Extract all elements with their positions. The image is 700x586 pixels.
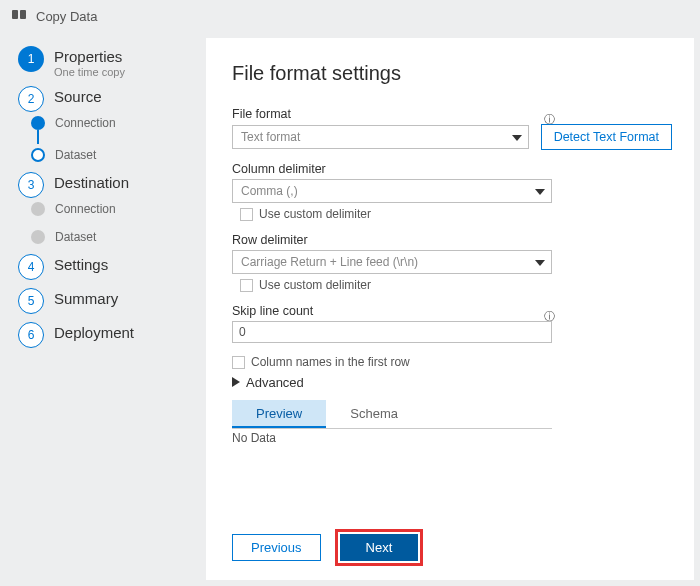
substep-dest-connection[interactable]: Connection: [31, 202, 192, 216]
next-button-highlight: Next: [335, 529, 424, 566]
substep-dot-icon: [31, 148, 45, 162]
next-button[interactable]: Next: [340, 534, 419, 561]
file-format-value: Text format: [241, 130, 300, 144]
advanced-label: Advanced: [246, 375, 304, 390]
substep-label: Connection: [55, 202, 116, 216]
row-delimiter-label: Row delimiter: [232, 233, 672, 247]
substep-label: Dataset: [55, 148, 96, 162]
wizard-title: Copy Data: [36, 9, 97, 24]
info-icon[interactable]: ⓘ: [544, 112, 552, 120]
row-custom-delimiter-label: Use custom delimiter: [259, 278, 371, 292]
triangle-right-icon: [232, 375, 240, 390]
checkbox-icon: [232, 356, 245, 369]
advanced-toggle[interactable]: Advanced: [232, 375, 672, 390]
chevron-down-icon: [512, 130, 522, 144]
step-label: Properties: [54, 48, 125, 65]
column-custom-delimiter-checkbox[interactable]: Use custom delimiter: [232, 207, 672, 221]
svg-rect-0: [12, 10, 18, 19]
row-custom-delimiter-checkbox[interactable]: Use custom delimiter: [232, 278, 672, 292]
step-number-icon: 1: [18, 46, 44, 72]
colnames-first-row-label: Column names in the first row: [251, 355, 410, 369]
column-delimiter-label: Column delimiter: [232, 162, 672, 176]
column-delimiter-select[interactable]: Comma (,): [232, 179, 552, 203]
wizard-sidebar: 1 Properties One time copy 2 Source Conn…: [0, 34, 200, 356]
checkbox-icon: [240, 208, 253, 221]
svg-rect-1: [20, 10, 26, 19]
chevron-down-icon: [535, 255, 545, 269]
step-number-icon: 3: [18, 172, 44, 198]
main-panel: File format settings File format ⓘ Text …: [206, 38, 694, 580]
checkbox-icon: [240, 279, 253, 292]
step-settings[interactable]: 4 Settings: [18, 254, 192, 280]
step-label: Source: [54, 88, 102, 105]
colnames-first-row-checkbox[interactable]: Column names in the first row: [232, 355, 672, 369]
step-label: Settings: [54, 256, 108, 273]
step-destination[interactable]: 3 Destination: [18, 172, 192, 198]
column-delimiter-value: Comma (,): [241, 184, 298, 198]
preview-schema-tabs: Preview Schema: [232, 400, 552, 429]
tab-preview[interactable]: Preview: [232, 400, 326, 428]
step-deployment[interactable]: 6 Deployment: [18, 322, 192, 348]
wizard-header: Copy Data: [0, 0, 700, 31]
step-summary[interactable]: 5 Summary: [18, 288, 192, 314]
substep-source-connection[interactable]: Connection: [31, 116, 192, 130]
page-title: File format settings: [232, 62, 672, 85]
row-delimiter-select[interactable]: Carriage Return + Line feed (\r\n): [232, 250, 552, 274]
wizard-footer: Previous Next: [232, 529, 423, 566]
substep-label: Connection: [55, 116, 116, 130]
substep-connector: [37, 130, 39, 144]
step-number-icon: 2: [18, 86, 44, 112]
substep-dot-icon: [31, 116, 45, 130]
row-delimiter-value: Carriage Return + Line feed (\r\n): [241, 255, 418, 269]
tab-schema[interactable]: Schema: [326, 400, 422, 428]
step-number-icon: 4: [18, 254, 44, 280]
step-label: Deployment: [54, 324, 134, 341]
step-number-icon: 6: [18, 322, 44, 348]
column-custom-delimiter-label: Use custom delimiter: [259, 207, 371, 221]
skip-line-label: Skip line count: [232, 304, 313, 318]
substep-dest-dataset[interactable]: Dataset: [31, 230, 192, 244]
step-label: Destination: [54, 174, 129, 191]
step-label: Summary: [54, 290, 118, 307]
file-format-label: File format: [232, 107, 291, 121]
substep-dot-icon: [31, 202, 45, 216]
detect-text-format-button[interactable]: Detect Text Format: [541, 124, 672, 150]
file-format-select[interactable]: Text format: [232, 125, 529, 149]
info-icon[interactable]: ⓘ: [544, 309, 552, 317]
step-properties[interactable]: 1 Properties One time copy: [18, 46, 192, 78]
copy-data-icon: [12, 8, 28, 25]
chevron-down-icon: [535, 184, 545, 198]
substep-source-dataset[interactable]: Dataset: [31, 148, 192, 162]
step-sublabel: One time copy: [54, 66, 125, 78]
no-data-text: No Data: [232, 431, 672, 445]
substep-label: Dataset: [55, 230, 96, 244]
substep-dot-icon: [31, 230, 45, 244]
step-source[interactable]: 2 Source: [18, 86, 192, 112]
previous-button[interactable]: Previous: [232, 534, 321, 561]
skip-line-input[interactable]: [232, 321, 552, 343]
step-number-icon: 5: [18, 288, 44, 314]
